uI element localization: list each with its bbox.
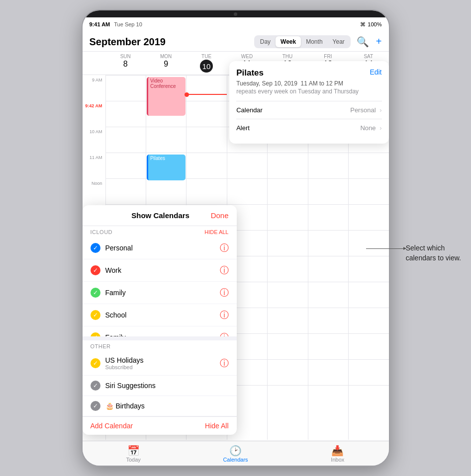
calendar-item-personal[interactable]: ✓ Personal ⓘ [83, 237, 237, 259]
other-calendar-list: ✓ US Holidays Subscribed ⓘ ✓ Siri Sugges… [83, 351, 237, 416]
calendar-header: September 2019 Day Week Month Year 🔍 + [83, 31, 389, 52]
status-date: Tue Sep 10 [114, 21, 142, 27]
hide-all-footer-button[interactable]: Hide All [205, 422, 228, 430]
birthdays-check: ✓ [91, 401, 100, 411]
annotation-line [366, 248, 406, 249]
event-detail-repeat: repeats every week on Tuesday and Thursd… [236, 88, 381, 95]
add-calendar-button[interactable]: Add Calendar [91, 422, 133, 430]
header-actions: 🔍 + [357, 36, 382, 48]
view-day-button[interactable]: Day [255, 36, 276, 47]
school-label: School [105, 311, 220, 319]
view-month-button[interactable]: Month [301, 36, 327, 47]
wifi-icon: ⌘ [360, 21, 366, 28]
tab-bar: 📅 Today 🕑 Calendars 📥 Inbox [83, 441, 389, 466]
other-section-header: OTHER [83, 340, 237, 351]
calendars-done-button[interactable]: Done [211, 211, 229, 220]
family-check: ✓ [91, 288, 100, 298]
tab-inbox[interactable]: 📥 Inbox [286, 445, 388, 463]
view-week-button[interactable]: Week [276, 36, 301, 47]
video-conference-event[interactable]: Video Conference [147, 77, 186, 116]
calendar-item-siri[interactable]: ✓ Siri Suggestions [83, 376, 237, 396]
calendar-item-work[interactable]: ✓ Work ⓘ [83, 259, 237, 282]
family2-label: Family [105, 333, 220, 336]
view-selector: Day Week Month Year [254, 35, 351, 48]
calendars-popup: Show Calendars Done ICLOUD HIDE ALL ✓ Pe… [83, 205, 237, 435]
hide-all-icloud-button[interactable]: HIDE ALL [204, 229, 228, 235]
event-edit-button[interactable]: Edit [370, 68, 381, 76]
event-detail-date: Tuesday, Sep 10, 2019 11 AM to 12 PM [236, 80, 381, 87]
status-right: ⌘ 100% [360, 21, 381, 28]
ipad-frame: 9:41 AM Tue Sep 10 ⌘ 100% September 2019… [82, 9, 390, 467]
day-header-tue[interactable]: Tue 10 [186, 54, 226, 73]
event-detail-alert-row: Alert None › [236, 119, 381, 137]
icloud-calendar-list: ✓ Personal ⓘ ✓ Work ⓘ ✓ Family ⓘ [83, 237, 237, 336]
personal-info-button[interactable]: ⓘ [220, 242, 229, 254]
family-label: Family [105, 289, 220, 297]
ipad-bottom [83, 466, 389, 467]
calendars-popup-footer: Add Calendar Hide All [83, 416, 237, 435]
calendar-item-birthdays[interactable]: ✓ 🎂 Birthdays [83, 396, 237, 416]
search-icon[interactable]: 🔍 [357, 36, 369, 48]
status-bar: 9:41 AM Tue Sep 10 ⌘ 100% [83, 17, 389, 31]
annotation-text-line2: calendars to view. [406, 253, 461, 263]
personal-check: ✓ [91, 243, 100, 253]
ipad-top-bar [83, 10, 389, 17]
birthdays-label: 🎂 Birthdays [105, 402, 229, 410]
calendar-app: September 2019 Day Week Month Year 🔍 + S… [83, 31, 389, 441]
siri-check: ✓ [91, 381, 100, 391]
day-header-mon[interactable]: Mon 9 [146, 54, 186, 73]
inbox-icon: 📥 [286, 445, 388, 457]
annotation-text-line1: Select which [406, 243, 461, 253]
tab-calendars[interactable]: 🕑 Calendars [185, 445, 286, 463]
view-year-button[interactable]: Year [328, 36, 350, 47]
pilates-mon-event[interactable]: Pilates [147, 155, 186, 180]
family-info-button[interactable]: ⓘ [220, 287, 229, 299]
calendar-item-us-holidays[interactable]: ✓ US Holidays Subscribed ⓘ [83, 351, 237, 376]
family2-check: ✓ [91, 332, 100, 336]
calendars-icon: 🕑 [185, 445, 286, 457]
add-event-icon[interactable]: + [376, 36, 382, 48]
day-header-sun[interactable]: Sun 8 [105, 54, 146, 73]
status-time: 9:41 AM [90, 21, 110, 27]
event-alert-value[interactable]: None › [271, 124, 381, 132]
current-time-line [187, 94, 226, 95]
camera [234, 12, 237, 16]
work-check: ✓ [91, 265, 100, 275]
us-holidays-check: ✓ [91, 358, 100, 368]
event-detail-calendar-row: Calendar Personal › [236, 101, 381, 119]
family2-info-button[interactable]: ⓘ [220, 331, 229, 336]
work-label: Work [105, 266, 220, 274]
us-holidays-label: US Holidays Subscribed [105, 356, 220, 370]
siri-label: Siri Suggestions [105, 382, 229, 390]
event-detail-popup: Pilates Edit Tuesday, Sep 10, 2019 11 AM… [229, 61, 388, 144]
work-info-button[interactable]: ⓘ [220, 264, 229, 276]
event-calendar-value[interactable]: Personal › [271, 106, 381, 114]
personal-label: Personal [105, 244, 220, 252]
icloud-section-header: ICLOUD HIDE ALL [83, 226, 237, 237]
calendars-popup-title: Show Calendars [110, 211, 211, 220]
us-holidays-info-button[interactable]: ⓘ [220, 357, 229, 369]
annotation: Select which calendars to view. [406, 243, 461, 263]
calendar-item-family2[interactable]: ✓ Family ⓘ [83, 326, 237, 336]
today-icon: 📅 [83, 445, 185, 457]
calendar-title: September 2019 [90, 36, 254, 48]
tab-today[interactable]: 📅 Today [83, 445, 185, 463]
calendar-item-family[interactable]: ✓ Family ⓘ [83, 282, 237, 304]
school-info-button[interactable]: ⓘ [220, 309, 229, 321]
school-check: ✓ [91, 310, 100, 320]
event-detail-title: Pilates [236, 68, 264, 78]
battery-icon: 100% [368, 21, 381, 27]
calendar-item-school[interactable]: ✓ School ⓘ [83, 304, 237, 326]
